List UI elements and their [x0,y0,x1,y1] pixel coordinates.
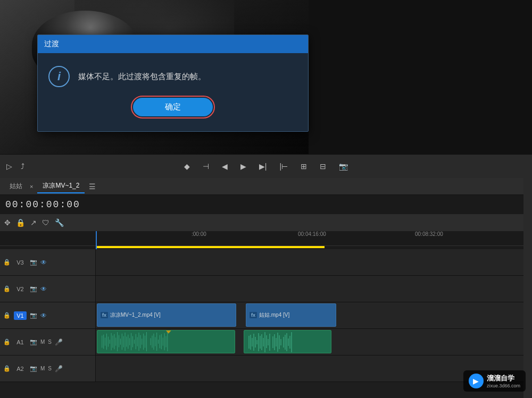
dialog-message-row: i 媒体不足。此过渡将包含重复的帧。 [48,66,297,87]
dialog-message: 媒体不足。此过渡将包含重复的帧。 [78,71,206,83]
dialog-titlebar: 过渡 [38,35,308,53]
dialog-body: i 媒体不足。此过渡将包含重复的帧。 确定 [38,53,308,131]
dialog-title: 过渡 [44,39,59,49]
transition-dialog: 过渡 i 媒体不足。此过渡将包含重复的帧。 确定 [37,35,309,132]
dialog-buttons: 确定 [48,98,297,121]
dialog-overlay: 过渡 i 媒体不足。此过渡将包含重复的帧。 确定 [0,0,532,398]
dialog-info-icon: i [48,66,70,87]
dialog-ok-button[interactable]: 确定 [133,98,213,116]
